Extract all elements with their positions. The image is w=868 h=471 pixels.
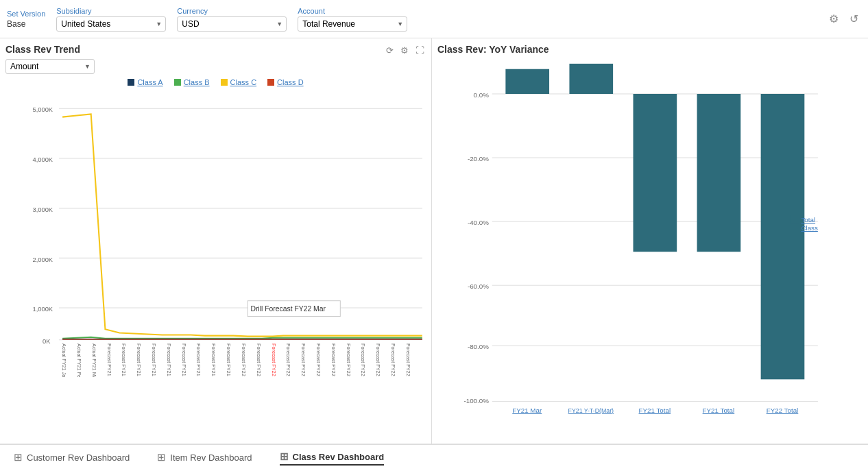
x-label-2: Actual FY21 Mar xyxy=(91,343,97,377)
set-version-label: Set Version xyxy=(7,10,45,18)
legend-class-d[interactable]: Class D xyxy=(267,78,304,86)
line-class-b xyxy=(62,337,422,339)
subsidiary-item: Subsidiary United States Global UK Canad… xyxy=(56,7,166,32)
nav-customer-rev[interactable]: ⊞ Customer Rev Dashboard xyxy=(14,451,130,465)
x-label-10: Forecast FY21 Nov xyxy=(210,343,217,377)
legend-label-d[interactable]: Class D xyxy=(277,78,304,86)
right-panel-title: Class Rev: YoY Variance xyxy=(437,44,863,55)
right-legend-label[interactable]: Total xyxy=(801,216,815,224)
refresh-chart-button[interactable]: ⟳ xyxy=(385,44,395,57)
bar-fy21-total-2[interactable] xyxy=(697,94,741,252)
tooltip-text: Drill Forecast FY22 Mar xyxy=(250,305,326,313)
panel-icon-group: ⟳ ⚙ ⛶ xyxy=(385,44,426,57)
y-bar-40: -40.0% xyxy=(468,219,489,226)
nav-item-rev[interactable]: ⊞ Item Rev Dashboard xyxy=(157,451,252,465)
y-bar-100: -100.0% xyxy=(463,397,489,404)
subsidiary-select-wrapper: United States Global UK Canada xyxy=(56,16,166,32)
gear-icon-button[interactable]: ⚙ xyxy=(826,10,841,28)
legend-class-a[interactable]: Class A xyxy=(128,78,162,86)
account-item: Account Total Revenue Net Revenue Gross … xyxy=(298,7,407,32)
x-label-22: Forecast FY22 Nov xyxy=(390,343,396,377)
x-label-19: Forecast FY22 Aug xyxy=(346,343,352,377)
x-bar-fy22-total[interactable]: FY22 Total xyxy=(767,407,799,414)
x-label-21: Forecast FY22 Oct xyxy=(375,343,381,377)
reload-icon-button[interactable]: ↺ xyxy=(847,10,861,28)
x-label-1: Actual FY21 Feb xyxy=(76,343,82,377)
subsidiary-label: Subsidiary xyxy=(56,7,166,15)
x-label-5: Forecast FY21 Jun xyxy=(136,343,142,377)
bottom-nav: ⊞ Customer Rev Dashboard ⊞ Item Rev Dash… xyxy=(0,444,868,471)
y-bar-80: -80.0% xyxy=(468,343,489,350)
x-bar-fy21-total-2[interactable]: FY21 Total xyxy=(703,407,735,414)
top-bar: Set Version Base Subsidiary United State… xyxy=(0,0,868,38)
x-label-20: Forecast FY22 Sep xyxy=(360,343,366,377)
line-chart-svg: 5,000K 4,000K 3,000K 2,000K 1,000K 0K xyxy=(5,89,426,377)
refresh-icon: ⟳ xyxy=(386,45,394,56)
nav-item-rev-label: Item Rev Dashboard xyxy=(170,452,252,463)
x-bar-fy21-ytd[interactable]: FY21 Y-T-D(Mar) xyxy=(568,407,614,414)
x-axis-labels: Actual FY21 Jan Actual FY21 Feb Actual F… xyxy=(61,343,411,377)
nav-customer-rev-label: Customer Rev Dashboard xyxy=(27,452,130,463)
x-label-18: Forecast FY22 Jul xyxy=(330,343,337,377)
x-label-6: Forecast FY21 Jul xyxy=(151,343,157,377)
account-select-wrapper: Total Revenue Net Revenue Gross Profit xyxy=(298,16,407,32)
amount-select[interactable]: Amount Count Percentage xyxy=(5,59,95,74)
subsidiary-select[interactable]: United States Global UK Canada xyxy=(56,16,166,32)
currency-item: Currency USD EUR GBP xyxy=(177,7,287,32)
line-class-c xyxy=(62,114,422,336)
y-label-5000k: 5,000K xyxy=(32,106,53,113)
y-label-3000k: 3,000K xyxy=(32,206,53,213)
x-label-9: Forecast FY21 Oct xyxy=(195,343,202,377)
settings-chart-button[interactable]: ⚙ xyxy=(399,44,410,57)
bar-chart-svg: 0.0% -20.0% -40.0% -60.0% -80.0% -100.0% xyxy=(437,60,863,423)
y-label-1000k: 1,000K xyxy=(32,306,53,313)
x-label-16: Forecast FY22 May xyxy=(300,343,306,377)
y-label-0k: 0K xyxy=(43,338,51,345)
x-label-0: Actual FY21 Jan xyxy=(61,343,67,377)
amount-dropdown-wrapper: Amount Count Percentage xyxy=(5,59,95,74)
x-label-3: Forecast FY21 Apr xyxy=(106,343,112,377)
bar-fy21-mar[interactable] xyxy=(505,69,549,94)
right-legend-box xyxy=(791,215,799,223)
x-label-13: Forecast FY22 Feb xyxy=(256,343,262,377)
account-select[interactable]: Total Revenue Net Revenue Gross Profit xyxy=(298,16,407,32)
nav-class-rev-label: Class Rev Dashboard xyxy=(293,452,385,462)
item-rev-icon: ⊞ xyxy=(157,451,166,463)
legend-class-c[interactable]: Class C xyxy=(221,78,257,86)
line-chart-container: 5,000K 4,000K 3,000K 2,000K 1,000K 0K xyxy=(5,89,426,377)
class-rev-icon: ⊞ xyxy=(280,450,289,463)
x-label-8: Forecast FY21 Sep xyxy=(181,343,187,377)
y-label-4000k: 4,000K xyxy=(32,156,53,163)
gear-icon: ⚙ xyxy=(829,13,839,25)
x-label-4: Forecast FY21 May xyxy=(121,343,127,377)
y-bar-60: -60.0% xyxy=(468,282,489,290)
left-panel-title: Class Rev Trend xyxy=(5,44,426,55)
x-label-14: Forecast FY22 Mar xyxy=(271,343,277,377)
legend-label-b[interactable]: Class B xyxy=(184,78,210,86)
currency-select[interactable]: USD EUR GBP xyxy=(177,16,287,32)
currency-label: Currency xyxy=(177,7,287,15)
set-version-value: Base xyxy=(7,19,45,29)
x-label-7: Forecast FY21 Aug xyxy=(166,343,172,377)
legend-dot-b xyxy=(174,79,181,86)
main-content: Class Rev Trend ⟳ ⚙ ⛶ Amount Count Perce… xyxy=(0,38,868,444)
legend-label-c[interactable]: Class C xyxy=(230,78,257,86)
settings-icon: ⚙ xyxy=(400,45,409,56)
y-label-2000k: 2,000K xyxy=(32,256,53,263)
x-label-12: Forecast FY22 Jan xyxy=(241,343,247,377)
bar-fy21-total-1[interactable] xyxy=(634,94,677,252)
x-bar-fy21-total-1[interactable]: FY21 Total xyxy=(639,407,671,414)
expand-icon: ⛶ xyxy=(415,45,424,56)
expand-chart-button[interactable]: ⛶ xyxy=(414,44,426,57)
y-bar-20: -20.0% xyxy=(468,155,489,162)
bar-fy21-ytd[interactable] xyxy=(569,64,613,94)
account-label: Account xyxy=(298,7,407,15)
y-bar-0: 0.0% xyxy=(474,91,490,99)
bar-fy22-total[interactable] xyxy=(761,94,805,379)
x-bar-fy21-mar[interactable]: FY21 Mar xyxy=(512,407,542,414)
reload-icon: ↺ xyxy=(849,13,858,25)
nav-class-rev[interactable]: ⊞ Class Rev Dashboard xyxy=(280,450,385,466)
legend-label-a[interactable]: Class A xyxy=(137,78,162,86)
legend-class-b[interactable]: Class B xyxy=(174,78,210,86)
right-legend-label-2[interactable]: Class xyxy=(801,224,818,232)
